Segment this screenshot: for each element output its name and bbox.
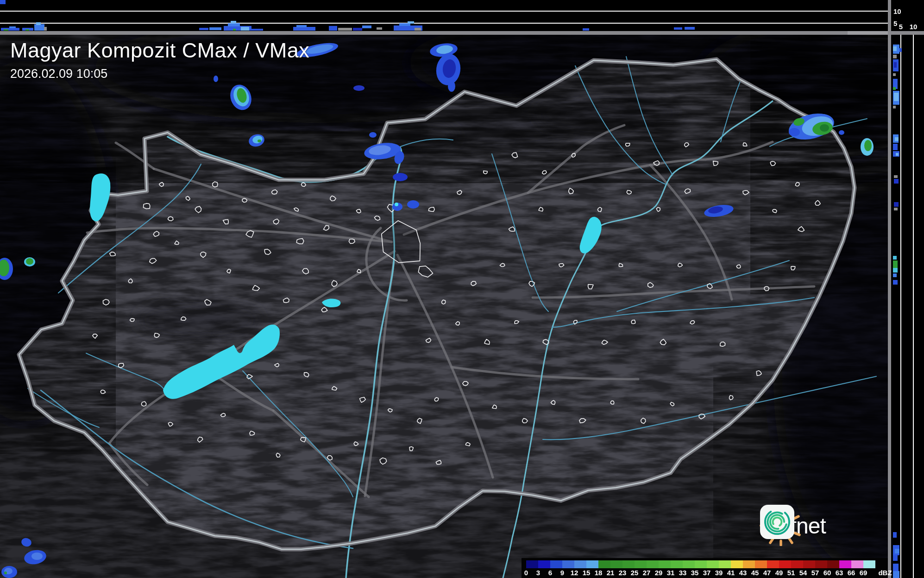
strip-echo xyxy=(209,27,221,30)
settlement-outline xyxy=(409,447,413,451)
legend-segment xyxy=(863,560,875,568)
strip-echo xyxy=(893,87,896,90)
echo-blob xyxy=(393,173,408,181)
radar-composite-screen: 105510 Magyar Kompozit CMax / VMax 2026.… xyxy=(0,0,924,578)
echo-blob xyxy=(861,138,874,156)
echo-layer xyxy=(407,200,419,209)
echo-layer xyxy=(4,572,7,574)
strip-echo xyxy=(293,27,315,31)
map-frame-horizontal xyxy=(0,31,924,35)
strip-echo xyxy=(36,22,41,25)
echo-blob xyxy=(839,130,844,135)
settlement-outline xyxy=(130,318,134,321)
legend-segment xyxy=(791,560,803,568)
settlement-outline xyxy=(729,395,733,400)
echo-layer xyxy=(864,140,872,151)
legend-tick-label: 3 xyxy=(532,569,544,577)
legend-tick-label: 49 xyxy=(773,569,785,577)
legend-segment xyxy=(622,560,635,568)
legend-segment xyxy=(562,560,574,568)
strip-echo xyxy=(893,46,897,51)
map-frame-vertical xyxy=(888,0,891,578)
settlement-outline xyxy=(434,398,438,401)
settlement-outline xyxy=(296,239,304,244)
legend-tick-label: 43 xyxy=(737,569,749,577)
strip-echo xyxy=(899,48,902,52)
settlement-outline xyxy=(641,418,646,424)
settlement-outline xyxy=(141,401,146,406)
echo-blob xyxy=(24,257,35,267)
map-area xyxy=(0,14,924,578)
legend-tick-label: 21 xyxy=(604,569,616,577)
echo-layer xyxy=(353,85,365,91)
legend-tick-label: 45 xyxy=(749,569,761,577)
strip-echo xyxy=(9,26,16,28)
strip-echo xyxy=(231,21,236,24)
legend-tick-label: 69 xyxy=(857,569,869,577)
strip-echo xyxy=(338,28,352,31)
legend-segment xyxy=(851,560,863,568)
echo-layer xyxy=(258,140,261,142)
legend-tick-label: 35 xyxy=(689,569,701,577)
legend-tick-label: 23 xyxy=(616,569,629,577)
echo-layer xyxy=(789,128,800,136)
legend-segment xyxy=(779,560,791,568)
strip-echo xyxy=(199,28,208,30)
echo-layer xyxy=(26,258,33,265)
settlement-outline xyxy=(597,207,602,212)
metnet-app-icon xyxy=(760,504,795,540)
strip-echo xyxy=(44,27,47,31)
legend-tick-label: 29 xyxy=(653,569,665,577)
legend-tick-label: 47 xyxy=(761,569,773,577)
legend-segment xyxy=(659,560,671,568)
strip-echo xyxy=(241,27,249,31)
settlement-outline xyxy=(110,252,115,256)
legend-tick-label: 51 xyxy=(785,569,797,577)
legend-tick-label: 54 xyxy=(797,569,809,577)
legend-tick-label: 6 xyxy=(544,569,556,577)
right-projection-strip xyxy=(891,35,924,578)
strip-echo xyxy=(228,23,240,26)
settlement-outline xyxy=(736,265,740,268)
settlement-outline xyxy=(463,381,468,386)
strip-echo xyxy=(329,26,337,31)
legend-segment xyxy=(526,560,538,568)
strip-echo xyxy=(674,27,682,30)
strip-echo xyxy=(0,0,6,4)
radar-map: 105510 xyxy=(0,0,924,578)
legend-segment xyxy=(586,560,598,568)
legend-segment xyxy=(707,560,719,568)
strip-echo xyxy=(893,273,897,277)
settlement-outline xyxy=(690,321,695,324)
legend-segment xyxy=(574,560,586,568)
strip-echo xyxy=(377,27,382,30)
strip-echo xyxy=(408,21,414,24)
legend-segment xyxy=(635,560,647,568)
strip-echo xyxy=(893,280,898,285)
echo-layer xyxy=(31,553,43,560)
echo-blob xyxy=(353,85,365,91)
legend-tick-label: 27 xyxy=(641,569,653,577)
settlement-outline xyxy=(357,269,361,273)
settlement-outline xyxy=(227,269,231,273)
settlement-outline xyxy=(332,280,337,287)
echo-layer xyxy=(820,124,829,132)
metnet-logo: metnet xyxy=(760,504,892,547)
strip-echo xyxy=(233,29,236,31)
legend-tick-label: 12 xyxy=(568,569,580,577)
legend-tick-label: 57 xyxy=(809,569,821,577)
strip-echo xyxy=(894,175,898,178)
legend-segment xyxy=(815,560,827,568)
legend-segment xyxy=(538,560,550,568)
strip-echo xyxy=(4,29,8,31)
echo-layer xyxy=(395,203,398,206)
echo-layer xyxy=(393,173,408,181)
legend-tick-label: 31 xyxy=(665,569,677,577)
strip-echo xyxy=(894,179,899,184)
echo-layer xyxy=(839,130,844,135)
legend-segment xyxy=(731,560,743,568)
legend-tick-label: 15 xyxy=(580,569,592,577)
settlement-outline xyxy=(213,182,218,187)
color-bar-labels: 0369121518212325272931333537394143454749… xyxy=(522,569,888,577)
strip-echo xyxy=(34,24,44,31)
